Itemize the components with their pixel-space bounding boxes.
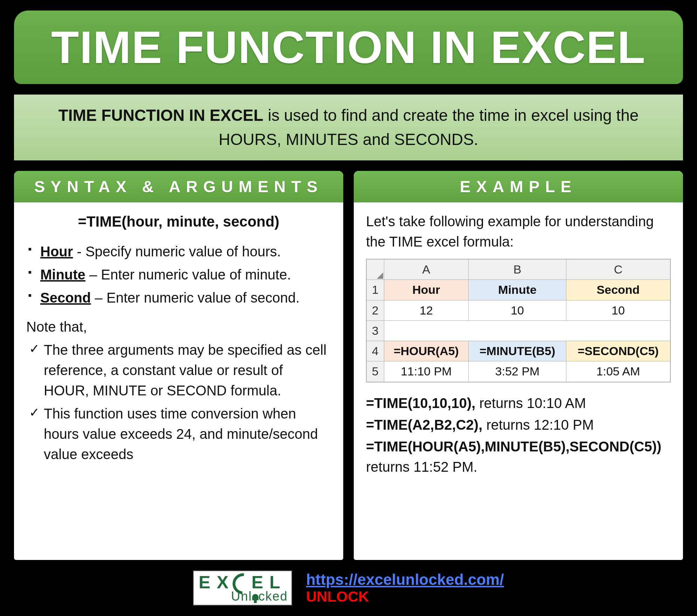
example-header: EXAMPLE bbox=[354, 171, 683, 202]
syntax-header: SYNTAX & ARGUMENTS bbox=[14, 171, 343, 202]
logo: EXEL Unlcked bbox=[193, 570, 292, 605]
row-1: 1 bbox=[366, 280, 384, 300]
description-bar: TIME FUNCTION IN EXCEL is used to find a… bbox=[14, 95, 683, 160]
footer-url[interactable]: https://excelunlocked.com/ bbox=[306, 571, 504, 588]
col-C: C bbox=[566, 259, 670, 280]
row-4: 4 bbox=[366, 341, 384, 361]
note-list: The three arguments may be specified as … bbox=[26, 340, 331, 464]
note-label: Note that, bbox=[26, 317, 331, 337]
result-1: =TIME(10,10,10), returns 10:10 AM bbox=[366, 393, 671, 413]
example-body: Let's take following example for underst… bbox=[354, 202, 683, 487]
row-2: 2 bbox=[366, 300, 384, 320]
row-3: 3 bbox=[366, 320, 384, 341]
footer-unlock: UNLOCK bbox=[306, 588, 504, 605]
description-text: is used to find and create the time in e… bbox=[219, 106, 639, 148]
syntax-formula: =TIME(hour, minute, second) bbox=[26, 211, 331, 233]
arg-second: Second – Enter numeric value of second. bbox=[26, 288, 331, 308]
col-B: B bbox=[469, 259, 566, 280]
table-corner bbox=[366, 259, 384, 280]
note-2: This function uses time conversion when … bbox=[26, 403, 331, 464]
note-1: The three arguments may be specified as … bbox=[26, 340, 331, 401]
example-intro: Let's take following example for underst… bbox=[366, 211, 671, 252]
keyhole-icon bbox=[252, 594, 258, 600]
result-2: =TIME(A2,B2,C2), returns 12:10 PM bbox=[366, 415, 671, 435]
row-5: 5 bbox=[366, 361, 384, 382]
footer-links: https://excelunlocked.com/ UNLOCK bbox=[306, 571, 504, 605]
title-banner: TIME FUNCTION IN EXCEL bbox=[14, 11, 683, 84]
syntax-panel: SYNTAX & ARGUMENTS =TIME(hour, minute, s… bbox=[14, 171, 343, 560]
arg-minute: Minute – Enter numeric value of minute. bbox=[26, 264, 331, 285]
page-title: TIME FUNCTION IN EXCEL bbox=[21, 21, 676, 74]
syntax-body: =TIME(hour, minute, second) Hour - Speci… bbox=[14, 202, 343, 476]
logo-top: EXEL bbox=[199, 573, 287, 594]
col-A: A bbox=[384, 259, 469, 280]
formula-results: =TIME(10,10,10), returns 10:10 AM =TIME(… bbox=[366, 393, 671, 477]
arg-hour: Hour - Specify numeric value of hours. bbox=[26, 241, 331, 262]
description-bold: TIME FUNCTION IN EXCEL bbox=[58, 106, 263, 124]
columns: SYNTAX & ARGUMENTS =TIME(hour, minute, s… bbox=[14, 171, 683, 560]
footer: EXEL Unlcked https://excelunlocked.com/ … bbox=[14, 567, 683, 609]
argument-list: Hour - Specify numeric value of hours. M… bbox=[26, 241, 331, 308]
excel-table: A B C 1 Hour Minute Second 2 12 10 10 bbox=[366, 259, 671, 382]
example-panel: EXAMPLE Let's take following example for… bbox=[354, 171, 683, 560]
result-3: =TIME(HOUR(A5),MINUTE(B5),SECOND(C5)) re… bbox=[366, 436, 671, 477]
